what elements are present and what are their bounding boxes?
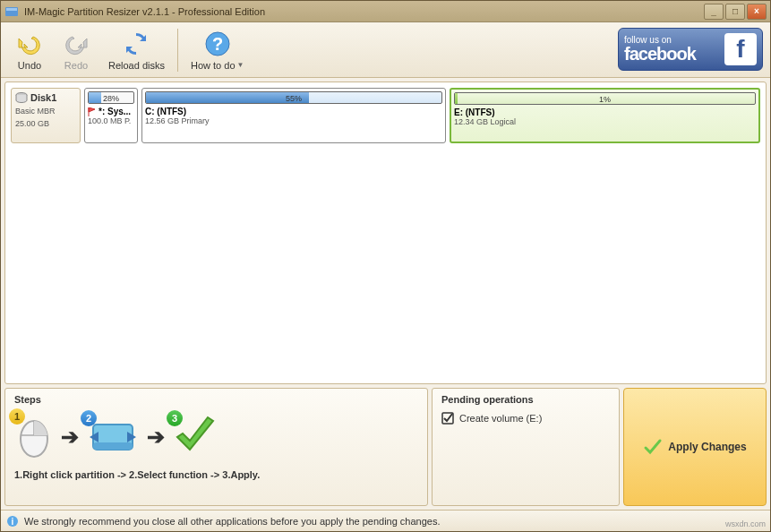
- partition-e-pct: 1%: [599, 93, 611, 105]
- facebook-banner[interactable]: follow us on facebook f: [618, 28, 763, 71]
- close-button[interactable]: ×: [747, 4, 767, 20]
- apply-label: Apply Changes: [668, 441, 746, 453]
- partition-view: Disk1 Basic MBR 25.00 GB 28% *: Sys... 1…: [4, 82, 767, 384]
- minimize-button[interactable]: _: [704, 4, 724, 20]
- reload-label: Reload disks: [108, 60, 165, 71]
- flag-icon: [88, 107, 97, 116]
- partition-sys-pct: 28%: [103, 92, 119, 104]
- pending-operations-panel: Pending operations Create volume (E:): [432, 388, 620, 506]
- partition-c[interactable]: 55% C: (NTFS) 12.56 GB Primary: [141, 88, 446, 143]
- apply-changes-button[interactable]: Apply Changes: [623, 388, 767, 506]
- arrow-icon: ➔: [147, 425, 165, 450]
- steps-text: 1.Right click partition -> 2.Select func…: [14, 469, 418, 480]
- app-icon: [4, 4, 19, 19]
- svg-rect-1: [6, 8, 17, 11]
- partition-e[interactable]: 1% E: (NTFS) 12.34 GB Logical: [450, 88, 760, 143]
- facebook-icon: f: [724, 33, 757, 65]
- steps-panel: Steps 1 ➔ 2 ➔ 3 1.Right click partition …: [4, 388, 428, 506]
- howto-label: How to do: [191, 60, 236, 71]
- maximize-button[interactable]: □: [725, 4, 745, 20]
- redo-icon: [62, 30, 90, 58]
- info-icon: i: [6, 515, 19, 528]
- partition-c-sub: 12.56 GB Primary: [145, 116, 442, 125]
- step-badge-2: 2: [81, 410, 97, 426]
- partition-system[interactable]: 28% *: Sys... 100.0 MB P.: [84, 88, 138, 143]
- pending-item[interactable]: Create volume (E:): [441, 412, 610, 425]
- toolbar: Undo Redo Reload disks ? How to do ▼ fol…: [1, 22, 770, 78]
- pending-item-label: Create volume (E:): [459, 413, 542, 424]
- toolbar-separator: [177, 29, 178, 72]
- facebook-name: facebook: [624, 45, 696, 63]
- step-3-icon: 3: [172, 414, 218, 460]
- status-text: We strongly recommend you close all othe…: [24, 516, 441, 527]
- partition-c-pct: 55%: [286, 92, 302, 104]
- svg-text:i: i: [12, 517, 14, 527]
- help-icon: ?: [203, 30, 232, 58]
- steps-title: Steps: [14, 394, 418, 405]
- partition-e-sub: 12.34 GB Logical: [454, 117, 756, 126]
- undo-label: Undo: [18, 60, 41, 71]
- partition-sys-sub: 100.0 MB P.: [88, 116, 134, 125]
- statusbar: i We strongly recommend you close all ot…: [1, 510, 770, 531]
- partition-e-name: E: (NTFS): [454, 107, 756, 117]
- disk-icon: [15, 92, 28, 103]
- undo-icon: [15, 30, 44, 58]
- apply-check-icon: [643, 437, 663, 457]
- disk-name: Disk1: [30, 92, 56, 103]
- window-title: IM-Magic Partition Resizer v2.1.1 - Prof…: [24, 6, 704, 17]
- dropdown-arrow-icon: ▼: [237, 61, 244, 69]
- disk-size: 25.00 GB: [15, 119, 76, 128]
- arrow-icon: ➔: [61, 425, 79, 450]
- reload-disks-button[interactable]: Reload disks: [99, 25, 174, 75]
- step-1-icon: 1: [14, 412, 54, 462]
- svg-rect-7: [93, 442, 133, 450]
- undo-button[interactable]: Undo: [6, 25, 53, 75]
- redo-label: Redo: [64, 60, 88, 71]
- svg-text:?: ?: [212, 34, 223, 54]
- titlebar: IM-Magic Partition Resizer v2.1.1 - Prof…: [1, 1, 770, 22]
- redo-button: Redo: [53, 25, 99, 75]
- checkbox-icon: [441, 412, 454, 425]
- disk-type: Basic MBR: [15, 107, 76, 116]
- reload-icon: [122, 30, 150, 58]
- pending-title: Pending operations: [441, 394, 610, 405]
- disk-info[interactable]: Disk1 Basic MBR 25.00 GB: [11, 88, 81, 143]
- step-badge-1: 1: [9, 408, 25, 425]
- partition-c-name: C: (NTFS): [145, 107, 442, 116]
- how-to-do-button[interactable]: ? How to do ▼: [182, 25, 253, 75]
- watermark: wsxdn.com: [725, 519, 766, 528]
- step-badge-3: 3: [167, 410, 183, 426]
- step-2-icon: 2: [86, 414, 140, 460]
- partition-sys-name: *: Sys...: [99, 107, 131, 116]
